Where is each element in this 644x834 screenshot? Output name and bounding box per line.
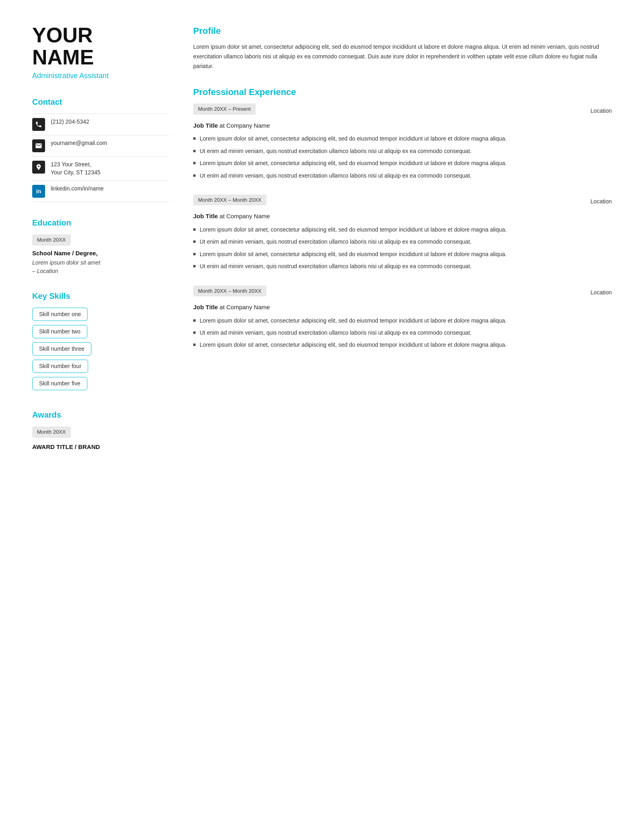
exp-bullets-2: Lorem ipsum dolor sit amet, consectetur … [193, 316, 612, 350]
contact-item-email: yourname@gmail.com [32, 135, 169, 157]
bullet-icon [193, 150, 196, 152]
bullet-icon [193, 162, 196, 164]
exp-job-rest-1: at Company Name [218, 213, 270, 219]
bullet-0-1: Ut enim ad minim veniam, quis nostrud ex… [193, 147, 612, 155]
bullet-1-2: Lorem ipsum dolor sit amet, consectetur … [193, 250, 612, 259]
phone-text: (212) 204-5342 [51, 118, 89, 126]
contact-item-address: 123 Your Street,Your City, ST 12345 [32, 157, 169, 181]
profile-heading: Profile [193, 24, 612, 37]
right-column: Profile Lorem ipsum dolor sit amet, cons… [193, 24, 612, 810]
experience-entry-1: Month 20XX – Month 20XX Location Job Tit… [193, 195, 612, 271]
linkedin-text: linkedin.com/in/name [51, 185, 104, 193]
contact-heading: Contact [32, 96, 169, 108]
email-icon [32, 139, 45, 152]
bullet-1-0: Lorem ipsum dolor sit amet, consectetur … [193, 225, 612, 234]
name-title: YOUR NAME [32, 24, 169, 68]
bullet-0-3: Ut enim ad minim veniam, quis nostrud ex… [193, 171, 612, 180]
exp-header-1: Month 20XX – Month 20XX Location [193, 195, 612, 209]
bullet-0-2: Lorem ipsum dolor sit amet, consectetur … [193, 159, 612, 168]
exp-date-1: Month 20XX – Month 20XX [193, 195, 266, 206]
award-date: Month 20XX [32, 426, 71, 438]
exp-job-title-0: Job Title at Company Name [193, 121, 612, 130]
exp-header-2: Month 20XX – Month 20XX Location [193, 286, 612, 300]
skills-heading: Key Skills [32, 290, 169, 302]
bullet-icon [193, 240, 196, 243]
exp-location-2: Location [590, 288, 612, 297]
bullet-icon [193, 253, 196, 255]
address-text: 123 Your Street,Your City, ST 12345 [51, 161, 100, 176]
experience-entry-2: Month 20XX – Month 20XX Location Job Tit… [193, 286, 612, 350]
experience-heading: Professional Experience [193, 85, 612, 99]
bullet-icon [193, 265, 196, 267]
bullet-2-2: Lorem ipsum dolor sit amet, consectetur … [193, 340, 612, 349]
bullet-icon [193, 319, 196, 322]
skill-item-4: Skill number five [32, 377, 87, 390]
contact-item-linkedin: in linkedin.com/in/name [32, 181, 169, 202]
profile-text: Lorem ipsum dolor sit amet, consectetur … [193, 42, 612, 71]
left-column: YOUR NAME Administrative Assistant Conta… [32, 24, 169, 810]
name-line1: YOUR [32, 23, 93, 47]
bullet-icon [193, 228, 196, 231]
job-title: Administrative Assistant [32, 70, 169, 81]
email-text: yourname@gmail.com [51, 139, 107, 147]
award-title: AWARD TITLE / Brand [32, 443, 169, 452]
bullet-2-1: Ut enim ad minim veniam, quis nostrud ex… [193, 328, 612, 337]
education-date: Month 20XX [32, 234, 71, 246]
skill-item-2: Skill number three [32, 342, 91, 356]
exp-job-bold-0: Job Title [193, 122, 218, 129]
bullet-icon [193, 331, 196, 334]
education-detail: Lorem ipsum dolor sit amet– Location [32, 259, 169, 275]
bullet-1-3: Ut enim ad minim veniam, quis nostrud ex… [193, 262, 612, 271]
name-block: YOUR NAME Administrative Assistant [32, 24, 169, 81]
exp-job-bold-2: Job Title [193, 304, 218, 310]
location-icon [32, 161, 45, 174]
bullet-icon [193, 137, 196, 140]
skill-item-0: Skill number one [32, 308, 88, 321]
skill-item-1: Skill number two [32, 325, 87, 338]
experience-entry-0: Month 20XX – Present Location Job Title … [193, 103, 612, 180]
phone-icon [32, 118, 45, 131]
exp-date-2: Month 20XX – Month 20XX [193, 286, 266, 297]
exp-job-title-1: Job Title at Company Name [193, 212, 612, 221]
linkedin-icon: in [32, 185, 45, 198]
exp-job-rest-0: at Company Name [218, 122, 270, 129]
exp-bullets-1: Lorem ipsum dolor sit amet, consectetur … [193, 225, 612, 271]
exp-date-0: Month 20XX – Present [193, 103, 256, 115]
bullet-1-1: Ut enim ad minim veniam, quis nostrud ex… [193, 237, 612, 246]
exp-header-0: Month 20XX – Present Location [193, 103, 612, 118]
resume-page: YOUR NAME Administrative Assistant Conta… [0, 0, 644, 834]
exp-job-title-2: Job Title at Company Name [193, 303, 612, 312]
awards-heading: Awards [32, 409, 169, 421]
contact-item-phone: (212) 204-5342 [32, 114, 169, 135]
bullet-0-0: Lorem ipsum dolor sit amet, consectetur … [193, 134, 612, 143]
exp-job-bold-1: Job Title [193, 213, 218, 219]
education-heading: Education [32, 217, 169, 229]
name-line2: NAME [32, 46, 94, 69]
exp-location-0: Location [590, 107, 612, 115]
exp-job-rest-2: at Company Name [218, 304, 270, 310]
skill-item-3: Skill number four [32, 360, 88, 373]
contact-list: (212) 204-5342 yourname@gmail.com 123 Yo… [32, 114, 169, 202]
bullet-2-0: Lorem ipsum dolor sit amet, consectetur … [193, 316, 612, 325]
exp-bullets-0: Lorem ipsum dolor sit amet, consectetur … [193, 134, 612, 180]
education-school: School Name / Degree, [32, 249, 169, 258]
bullet-icon [193, 174, 196, 177]
skills-list: Skill number one Skill number two Skill … [32, 308, 169, 394]
bullet-icon [193, 344, 196, 346]
exp-location-1: Location [590, 197, 612, 206]
